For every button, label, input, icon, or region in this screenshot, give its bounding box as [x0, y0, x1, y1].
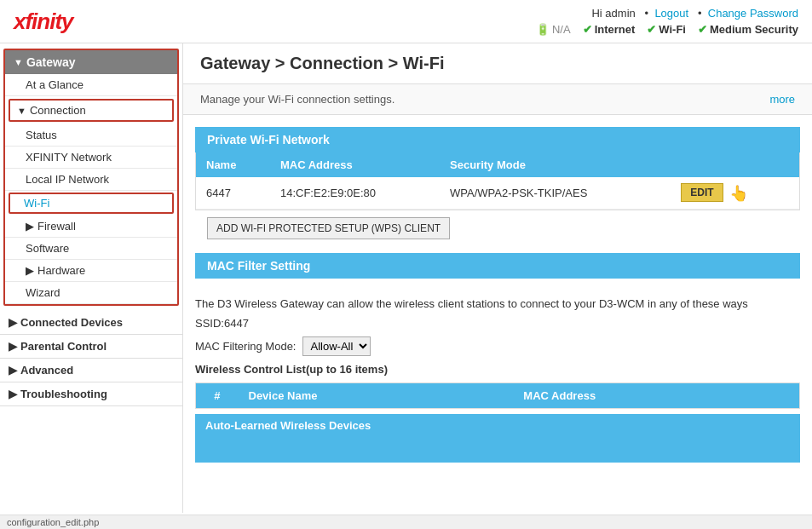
more-link[interactable]: more — [769, 93, 795, 106]
col-name-header: Name — [196, 152, 270, 177]
private-wifi-table-container: Name MAC Address Security Mode 6447 14:C… — [195, 152, 800, 210]
security-check-icon: ✔ — [698, 23, 707, 36]
parental-control-header[interactable]: ▶ Parental Control — [0, 335, 182, 359]
parental-control-arrow-icon: ▶ — [9, 340, 17, 353]
firewall-label: Firewall — [37, 220, 76, 233]
gateway-arrow-icon: ▼ — [14, 57, 23, 67]
col-hash-header: # — [196, 382, 239, 408]
sidebar: ▼ Gateway At a Glance ▼ Connection Statu… — [0, 43, 183, 513]
status-internet: ✔ Internet — [583, 23, 636, 36]
wifi-security-cell: WPA/WPA2-PSK-TKIP/AES — [440, 177, 671, 209]
col-device-mac-header: MAC Address — [513, 382, 799, 408]
gateway-section: ▼ Gateway At a Glance ▼ Connection Statu… — [3, 49, 179, 306]
page-title: Gateway > Connection > Wi-Fi — [183, 43, 812, 84]
col-device-name-header: Device Name — [239, 382, 514, 408]
sidebar-item-at-a-glance[interactable]: At a Glance — [5, 74, 177, 96]
troubleshooting-header[interactable]: ▶ Troubleshooting — [0, 382, 182, 406]
advanced-arrow-icon: ▶ — [9, 364, 17, 377]
sidebar-item-hardware[interactable]: ▶ Hardware — [5, 260, 177, 282]
col-security-header: Security Mode — [440, 152, 671, 177]
subtitle-text: Manage your Wi-Fi connection settings. — [200, 93, 394, 106]
wifi-table-row: 6447 14:CF:E2:E9:0E:80 WPA/WPA2-PSK-TKIP… — [196, 177, 799, 209]
connection-arrow-icon: ▼ — [17, 106, 26, 116]
wifi-check-icon: ✔ — [647, 23, 656, 36]
wps-button[interactable]: ADD WI-FI PROTECTED SETUP (WPS) CLIENT — [207, 217, 450, 239]
hardware-arrow-icon: ▶ — [26, 264, 34, 277]
wifi-edit-cell: EDIT 👆 — [671, 177, 799, 209]
edit-button[interactable]: EDIT — [681, 183, 723, 202]
cursor-hand-icon: 👆 — [729, 185, 748, 202]
mac-ssid: SSID:6447 — [195, 313, 800, 333]
device-table-container: # Device Name MAC Address — [195, 382, 800, 409]
na-label: N/A — [552, 23, 571, 36]
firewall-arrow-icon: ▶ — [26, 220, 34, 233]
device-table: # Device Name MAC Address — [195, 382, 800, 409]
status-bar: configuration_edit.php — [0, 515, 812, 529]
logo: xfinity — [14, 9, 73, 35]
mac-mode-row: MAC Filtering Mode: Allow-All Allow Deny — [195, 333, 800, 359]
header: xfinity Hi admin • Logout • Change Passw… — [0, 0, 812, 43]
sidebar-item-local-ip[interactable]: Local IP Network — [5, 169, 177, 191]
mac-filter-section: The D3 Wireless Gateway can allow the wi… — [195, 290, 800, 382]
mac-filter-description: The D3 Wireless Gateway can allow the wi… — [195, 290, 800, 313]
sidebar-item-wizard[interactable]: Wizard — [5, 282, 177, 304]
header-user: Hi admin • Logout • Change Password — [591, 7, 798, 20]
troubleshooting-label: Troubleshooting — [20, 388, 107, 400]
sidebar-item-wifi[interactable]: Wi-Fi — [9, 193, 174, 214]
change-password-link[interactable]: Change Password — [708, 7, 798, 20]
wifi-label: Wi-Fi — [659, 23, 686, 36]
sidebar-item-software[interactable]: Software — [5, 238, 177, 260]
connected-devices-label: Connected Devices — [20, 316, 123, 329]
header-status: 🔋 N/A ✔ Internet ✔ Wi-Fi ✔ Medium Securi… — [536, 23, 798, 36]
private-wifi-header: Private Wi-Fi Network — [195, 127, 800, 152]
wps-button-container: ADD WI-FI PROTECTED SETUP (WPS) CLIENT — [195, 210, 800, 246]
sidebar-item-firewall[interactable]: ▶ Firewall — [5, 216, 177, 238]
wifi-name-cell: 6447 — [196, 177, 270, 209]
status-wifi: ✔ Wi-Fi — [647, 23, 686, 36]
security-label: Medium Security — [710, 23, 798, 36]
wifi-table-header-row: Name MAC Address Security Mode — [196, 152, 799, 177]
internet-check-icon: ✔ — [583, 23, 592, 36]
layout: ▼ Gateway At a Glance ▼ Connection Statu… — [0, 43, 812, 513]
col-action-header — [671, 152, 799, 177]
gateway-header[interactable]: ▼ Gateway — [5, 50, 177, 74]
battery-na-icon: 🔋 — [536, 23, 550, 36]
internet-label: Internet — [595, 23, 636, 36]
connection-label: Connection — [30, 104, 86, 117]
status-security: ✔ Medium Security — [698, 23, 798, 36]
status-bar-text: configuration_edit.php — [7, 517, 99, 527]
header-right: Hi admin • Logout • Change Password 🔋 N/… — [536, 7, 798, 36]
mac-mode-select[interactable]: Allow-All Allow Deny — [302, 336, 371, 356]
gateway-label: Gateway — [26, 55, 76, 69]
mac-mode-label: MAC Filtering Mode: — [195, 340, 296, 353]
connected-devices-header[interactable]: ▶ Connected Devices — [0, 311, 182, 335]
advanced-label: Advanced — [20, 364, 73, 377]
mac-control-list-label: Wireless Control List(up to 16 items) — [195, 359, 800, 382]
auto-learned-row-placeholder — [195, 437, 800, 463]
page-subtitle: Manage your Wi-Fi connection settings. m… — [183, 84, 812, 115]
connection-item[interactable]: ▼ Connection — [9, 99, 174, 122]
wifi-mac-cell: 14:CF:E2:E9:0E:80 — [270, 177, 440, 209]
parental-control-label: Parental Control — [20, 340, 107, 353]
hi-admin-text: Hi admin — [591, 7, 635, 20]
device-table-header-row: # Device Name MAC Address — [196, 382, 800, 408]
wifi-table: Name MAC Address Security Mode 6447 14:C… — [196, 152, 799, 210]
main-content: Gateway > Connection > Wi-Fi Manage your… — [183, 43, 812, 513]
auto-learned-header: Auto-Learned Wireless Devices — [195, 414, 800, 437]
advanced-header[interactable]: ▶ Advanced — [0, 359, 182, 382]
sidebar-item-status[interactable]: Status — [5, 124, 177, 147]
status-na: 🔋 N/A — [536, 23, 571, 36]
connected-devices-arrow-icon: ▶ — [9, 316, 17, 329]
hardware-label: Hardware — [37, 264, 85, 277]
troubleshooting-arrow-icon: ▶ — [9, 388, 17, 400]
mac-filter-header: MAC Filter Setting — [195, 253, 800, 279]
col-mac-header: MAC Address — [270, 152, 440, 177]
sidebar-item-xfinity-network[interactable]: XFINITY Network — [5, 147, 177, 169]
logout-link[interactable]: Logout — [654, 7, 688, 20]
